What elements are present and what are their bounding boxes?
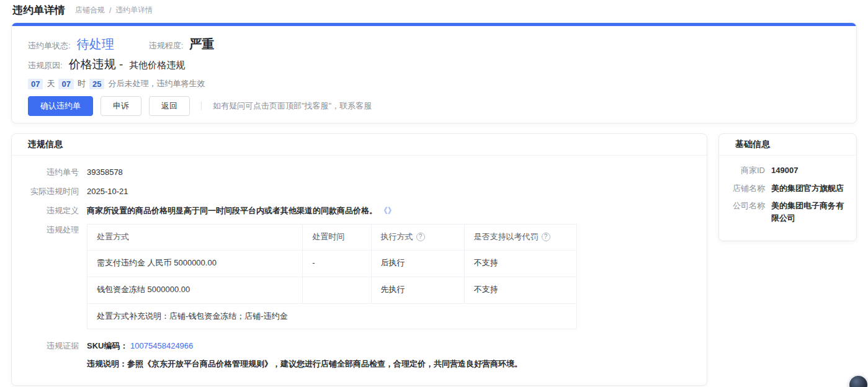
table-row: 需支付违约金 人民币 5000000.00 - 后执行 不支持 [87, 250, 577, 277]
evidence-content: SKU编码： 10075458424966 违规说明：参照《京东开放平台商品价格… [87, 340, 522, 370]
status-card-accent-bar [12, 23, 856, 26]
countdown-days-unit: 天 [47, 78, 55, 89]
shop-name-value: 美的集团官方旗舰店 [771, 182, 844, 195]
violation-time-row: 实际违规时间 2025-10-21 [28, 185, 691, 198]
violation-info-card: 违规信息 违约单号 39358578 实际违规时间 2025-10-21 违规定… [11, 133, 707, 386]
col-header-execution: 执行方式? [371, 225, 464, 250]
countdown-hours-unit: 时 [78, 78, 86, 89]
severity-field: 违规程度: 严重 [149, 36, 215, 53]
definition-label: 违规定义 [28, 205, 79, 217]
order-no-row: 违约单号 39358578 [28, 166, 691, 179]
table-footer-row: 处置方式补充说明：店铺-钱包资金冻结；店铺-违约金 [87, 303, 577, 329]
merchant-id-label: 商家ID [727, 164, 765, 177]
evidence-row: 违规证据 SKU编码： 10075458424966 违规说明：参照《京东开放平… [28, 340, 691, 370]
execution-help-icon[interactable]: ? [416, 233, 425, 241]
merchant-id-value: 149007 [771, 164, 798, 177]
actions-row: 确认违约单 申诉 返回 如有疑问可点击页面顶部"找客服"，联系客服 [28, 96, 840, 116]
handling-label: 违规处理 [28, 224, 79, 329]
sku-line: SKU编码： 10075458424966 [87, 340, 522, 352]
countdown: 07 天 07 时 25 分后未处理，违约单将生效 [28, 78, 840, 89]
table-row: 钱包资金冻结 5000000.00 先执行 不支持 [87, 277, 577, 303]
definition-row: 违规定义 商家所设置的商品价格明显高于同一时间段平台内或者其他渠道的同款商品价格… [28, 205, 691, 217]
basic-info-title: 基础信息 [735, 139, 770, 149]
severity-label: 违规程度: [149, 40, 184, 51]
handling-row: 违规处理 处置方式 处置时间 执行方式? 是否支持以考代罚? [28, 224, 691, 329]
status-row: 违约单状态: 待处理 违规程度: 严重 [28, 36, 840, 53]
cell-method: 需支付违约金 人民币 5000000.00 [87, 250, 303, 277]
reason-sub-value: 其他价格违规 [129, 60, 185, 71]
severity-value: 严重 [189, 36, 214, 53]
violation-time-label: 实际违规时间 [28, 185, 79, 198]
status-card: 违约单状态: 待处理 违规程度: 严重 违规原因: 价格违规 - 其他价格违规 … [11, 22, 857, 123]
breadcrumb-parent[interactable]: 店铺合规 [75, 5, 105, 16]
page-header: 违约单详情 店铺合规 / 违约单详情 [0, 0, 868, 21]
company-name-label: 公司名称 [727, 200, 765, 224]
company-name-row: 公司名称 美的集团电子商务有限公司 [727, 200, 846, 224]
cell-exam-substitute: 不支持 [464, 277, 576, 303]
shop-name-row: 店铺名称 美的集团官方旗舰店 [727, 182, 846, 195]
violation-description-line: 违规说明：参照《京东开放平台商品价格管理规则》，建议您进行店铺全部商品检查，合理… [87, 358, 522, 370]
reason-field: 违规原因: 价格违规 - 其他价格违规 [28, 56, 840, 73]
countdown-minutes: 25 [89, 79, 104, 89]
violation-info-header: 违规信息 [12, 134, 707, 156]
exam-substitute-help-icon[interactable]: ? [542, 233, 550, 241]
breadcrumb-current: 违约单详情 [115, 5, 153, 16]
breadcrumb: 店铺合规 / 违约单详情 [75, 5, 153, 16]
confirm-violation-button[interactable]: 确认违约单 [28, 96, 93, 116]
evidence-label: 违规证据 [28, 340, 79, 370]
countdown-suffix: 分后未处理，违约单将生效 [108, 78, 205, 89]
back-button[interactable]: 返回 [149, 96, 190, 116]
order-no-label: 违约单号 [28, 166, 79, 179]
cell-execution: 后执行 [371, 250, 464, 277]
order-no-value: 39358578 [87, 166, 123, 179]
col-header-time: 处置时间 [303, 225, 371, 250]
reason-label: 违规原因: [28, 60, 63, 71]
basic-info-body: 商家ID 149007 店铺名称 美的集团官方旗舰店 公司名称 美的集团电子商务… [719, 156, 856, 241]
description-label: 违规说明： [87, 359, 127, 368]
breadcrumb-separator: / [109, 6, 111, 15]
basic-info-card: 基础信息 商家ID 149007 店铺名称 美的集团官方旗舰店 公司名称 美的集… [718, 133, 857, 241]
company-name-value: 美的集团电子商务有限公司 [771, 200, 846, 224]
page-content: 违约单状态: 待处理 违规程度: 严重 违规原因: 价格违规 - 其他价格违规 … [0, 22, 868, 386]
main-row: 违规信息 违约单号 39358578 实际违规时间 2025-10-21 违规定… [11, 133, 857, 386]
col-header-exam-substitute: 是否支持以考代罚? [464, 225, 576, 250]
violation-info-title: 违规信息 [28, 139, 63, 149]
cell-time [303, 277, 371, 303]
violation-status-field: 违约单状态: 待处理 [28, 36, 114, 53]
countdown-days: 07 [28, 79, 43, 89]
vertical-divider [201, 102, 202, 110]
contact-help-text: 如有疑问可点击页面顶部"找客服"，联系客服 [213, 100, 372, 112]
merchant-id-row: 商家ID 149007 [727, 164, 846, 177]
cell-method: 钱包资金冻结 5000000.00 [87, 277, 303, 303]
violation-status-label: 违约单状态: [28, 40, 71, 51]
punishment-table: 处置方式 处置时间 执行方式? 是否支持以考代罚? 需支付违约金 人民币 500… [87, 224, 577, 329]
violation-info-body: 违约单号 39358578 实际违规时间 2025-10-21 违规定义 商家所… [12, 156, 707, 385]
col-header-method: 处置方式 [87, 225, 303, 250]
shop-name-label: 店铺名称 [727, 182, 765, 195]
description-text: 参照《京东开放平台商品价格管理规则》，建议您进行店铺全部商品检查，合理定价，共同… [127, 359, 522, 368]
definition-text: 商家所设置的商品价格明显高于同一时间段平台内或者其他渠道的同款商品价格。 [87, 206, 377, 215]
countdown-hours: 07 [58, 79, 73, 89]
page-title: 违约单详情 [12, 3, 65, 17]
table-header-row: 处置方式 处置时间 执行方式? 是否支持以考代罚? [87, 225, 577, 250]
definition-rule-link[interactable]: 《》 [380, 206, 396, 215]
reason-main-value: 价格违规 - [69, 56, 123, 73]
cell-time: - [303, 250, 371, 277]
violation-time-value: 2025-10-21 [87, 185, 128, 198]
table-footer-note: 处置方式补充说明：店铺-钱包资金冻结；店铺-违约金 [87, 303, 577, 329]
violation-status-value: 待处理 [77, 36, 114, 53]
sku-label: SKU编码： [87, 341, 128, 350]
sku-link[interactable]: 10075458424966 [130, 341, 193, 350]
cell-exam-substitute: 不支持 [464, 250, 576, 277]
basic-info-header: 基础信息 [719, 134, 856, 156]
appeal-button[interactable]: 申诉 [101, 96, 141, 116]
cell-execution: 先执行 [371, 277, 464, 303]
